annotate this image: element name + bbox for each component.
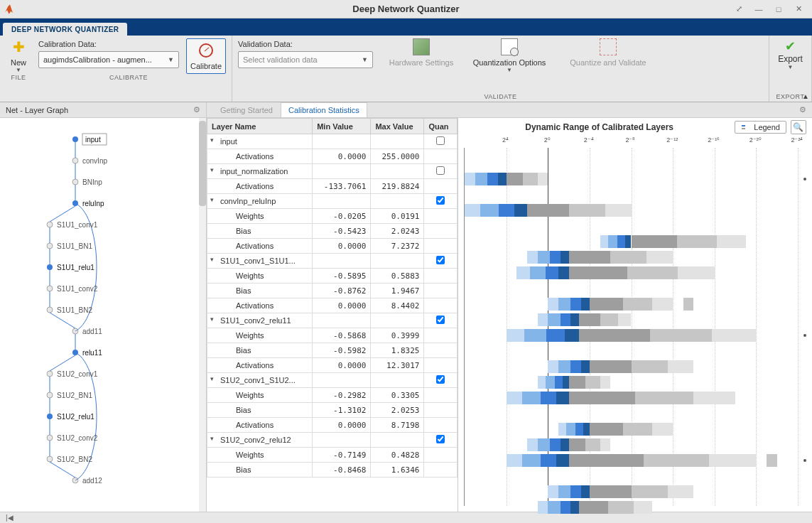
quantize-validate-button[interactable]: Quantize and Validate (562, 38, 654, 67)
tab-getting-started[interactable]: Getting Started (212, 102, 281, 117)
col-header[interactable]: Min Value (313, 119, 371, 134)
table-row[interactable]: S1U2_conv1_S1U2... (207, 373, 458, 388)
quantize-checkbox[interactable] (436, 316, 445, 324)
table-row[interactable]: Weights-0.58950.5883 (207, 269, 458, 284)
window-maximize-icon[interactable]: □ (769, 2, 788, 16)
chart-title: Dynamic Range of Calibrated Layers (525, 122, 673, 132)
main-area: Net - Layer Graph ⚙ inputconvInpBNInprel… (0, 102, 812, 512)
minimize-ribbon-icon[interactable]: ▲ (802, 92, 809, 100)
calibration-data-label: Calibration Data: (38, 40, 179, 48)
quantize-checkbox[interactable] (436, 435, 445, 443)
svg-text:S1U1_conv1: S1U1_conv1 (57, 221, 98, 229)
svg-text:reluInp: reluInp (82, 200, 104, 207)
document-tab[interactable]: DEEP NETWORK QUANTIZER (3, 23, 127, 36)
checkmark-icon: ✔ (785, 38, 796, 54)
chevron-down-icon: ▼ (168, 56, 174, 63)
title-bar: Deep Network Quantizer ⤢ — □ ✕ (0, 0, 812, 18)
file-section-caption: FILE (6, 74, 31, 81)
quantize-checkbox[interactable] (436, 166, 445, 175)
table-row[interactable]: input (207, 134, 458, 149)
svg-text:S1U1_relu1: S1U1_relu1 (57, 264, 94, 271)
svg-point-9 (47, 222, 53, 227)
table-row[interactable]: Activations0.00007.2372 (207, 239, 458, 254)
new-button[interactable]: ✚ New ▼ (6, 38, 31, 73)
svg-point-27 (47, 414, 53, 419)
svg-point-5 (72, 179, 78, 185)
svg-text:S1U1_BN2: S1U1_BN2 (57, 306, 92, 314)
table-row[interactable]: S1U1_conv1_S1U1... (207, 254, 458, 269)
window-minimize-icon[interactable]: — (749, 2, 768, 16)
quantize-checkbox[interactable] (436, 375, 445, 384)
table-row[interactable]: input_normalization (207, 164, 458, 179)
dynamic-range-chart: Dynamic Range of Calibrated Layers Legen… (458, 118, 812, 512)
quantize-checkbox[interactable] (436, 136, 445, 145)
table-row[interactable]: Bias-0.54232.0243 (207, 224, 458, 239)
table-row[interactable]: Activations0.00008.4402 (207, 298, 458, 313)
quantize-checkbox[interactable] (436, 196, 445, 205)
hardware-icon (413, 38, 430, 55)
table-row[interactable]: convInp_reluInp (207, 194, 458, 209)
window-close-icon[interactable]: ✕ (789, 2, 808, 16)
svg-text:S1U2_BN2: S1U2_BN2 (57, 455, 92, 463)
table-row[interactable]: S1U1_conv2_relu11 (207, 313, 458, 328)
document-tab-strip: DEEP NETWORK QUANTIZER (0, 18, 812, 36)
svg-text:input: input (85, 136, 101, 144)
calibration-table: Layer NameMin ValueMax ValueQuan inputAc… (207, 118, 458, 478)
graph-scrollbar[interactable] (199, 118, 206, 512)
svg-point-25 (47, 392, 53, 398)
svg-text:add12: add12 (82, 477, 102, 485)
svg-rect-35 (742, 125, 745, 126)
table-row[interactable]: Bias-1.31022.0253 (207, 403, 458, 418)
svg-point-17 (47, 307, 53, 313)
col-header[interactable]: Max Value (371, 119, 424, 134)
results-panel: Getting Started Calibration Statistics ⚙… (207, 102, 812, 512)
window-restore-down-icon[interactable]: ⤢ (730, 2, 748, 16)
validate-section-caption: VALIDATE (238, 93, 763, 100)
calibrate-button[interactable]: Calibrate (186, 38, 226, 74)
svg-text:S1U2_conv1: S1U2_conv1 (57, 370, 98, 378)
table-row[interactable]: Activations0.00008.7198 (207, 418, 458, 433)
table-row[interactable]: S1U2_conv2_relu12 (207, 433, 458, 448)
magnifier-icon: 🔍 (793, 122, 803, 132)
gear-icon[interactable]: ⚙ (193, 105, 200, 114)
zoom-button[interactable]: 🔍 (791, 120, 806, 134)
chevron-down-icon: ▼ (362, 56, 368, 63)
legend-button[interactable]: Legend (735, 121, 786, 134)
svg-point-29 (47, 435, 53, 441)
collapse-icon[interactable]: |◀ (6, 514, 13, 522)
table-row[interactable]: Activations0.000012.3017 (207, 358, 458, 373)
window-title: Deep Network Quantizer (352, 4, 459, 14)
svg-point-23 (47, 371, 53, 377)
table-row[interactable]: Weights-0.58680.3999 (207, 328, 458, 343)
col-header[interactable]: Quan (424, 119, 458, 134)
calibration-table-wrap[interactable]: Layer NameMin ValueMax ValueQuan inputAc… (207, 118, 458, 512)
chevron-down-icon: ▼ (788, 64, 794, 70)
layer-graph-panel: Net - Layer Graph ⚙ inputconvInpBNInprel… (0, 102, 207, 512)
validation-data-select[interactable]: Select validation data ▼ (238, 51, 373, 68)
col-header[interactable]: Layer Name (207, 119, 313, 134)
chart-bars (464, 148, 798, 506)
calibration-data-select[interactable]: augimdsCalibration - augmen... ▼ (38, 51, 179, 68)
quantization-options-button[interactable]: Quantization Options ▼ (467, 38, 552, 73)
table-row[interactable]: Bias-0.84681.6346 (207, 463, 458, 478)
chevron-down-icon: ▼ (16, 67, 21, 73)
quantize-checkbox[interactable] (436, 256, 445, 264)
svg-text:S1U2_relu1: S1U2_relu1 (57, 413, 94, 421)
table-row[interactable]: Activations0.0000255.0000 (207, 149, 458, 164)
gauge-icon (199, 43, 213, 58)
table-row[interactable]: Weights-0.71490.4828 (207, 448, 458, 463)
table-row[interactable]: Activations-133.7061219.8824 (207, 179, 458, 194)
gear-icon[interactable]: ⚙ (799, 105, 806, 114)
svg-text:add11: add11 (82, 328, 102, 335)
validation-data-label: Validation Data: (238, 40, 373, 48)
svg-point-15 (47, 286, 53, 291)
tab-calibration-statistics[interactable]: Calibration Statistics (281, 102, 367, 117)
export-button[interactable]: ✔ Export ▼ (778, 38, 803, 70)
hardware-settings-button[interactable]: Hardware Settings (386, 38, 457, 67)
table-row[interactable]: Bias-0.59821.8325 (207, 343, 458, 358)
table-row[interactable]: Weights-0.29820.3305 (207, 388, 458, 403)
export-section-caption: EXPORT (775, 93, 806, 100)
table-row[interactable]: Bias-0.87621.9467 (207, 284, 458, 298)
layer-graph-canvas[interactable]: inputconvInpBNInpreluInpS1U1_conv1S1U1_B… (0, 118, 206, 512)
table-row[interactable]: Weights-0.02050.0191 (207, 209, 458, 224)
